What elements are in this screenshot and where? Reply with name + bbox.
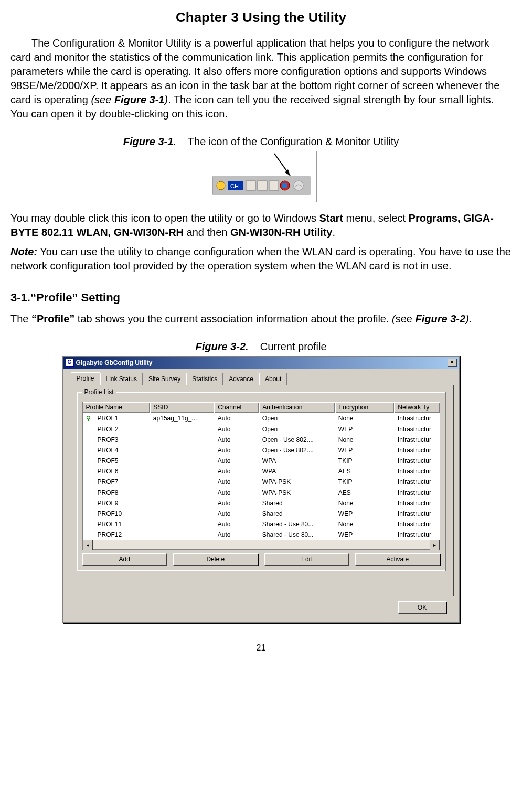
add-button[interactable]: Add xyxy=(82,553,167,566)
sec-see-close: ) xyxy=(465,313,469,324)
cell-ssid xyxy=(150,519,215,529)
gbconfig-dialog: G Gigabyte GbConfig Utility × Profile Li… xyxy=(62,356,460,623)
sec-text-a: The xyxy=(10,313,31,324)
sec-see: see xyxy=(396,313,416,324)
table-row[interactable]: PROF4AutoOpen - Use 802....WEPInfrastruc… xyxy=(82,445,440,456)
svg-rect-8 xyxy=(269,181,279,190)
cell-ssid xyxy=(150,488,215,498)
activate-button[interactable]: Activate xyxy=(355,553,440,566)
cell-encryption: WEP xyxy=(335,445,395,456)
start-menu-bold: Start xyxy=(319,212,343,224)
cell-profile-name: PROF6 xyxy=(94,466,150,477)
table-row[interactable]: PROF7AutoWPA-PSKTKIPInfrastructur xyxy=(82,477,440,487)
tab-advance[interactable]: Advance xyxy=(223,373,259,385)
table-row[interactable]: PROF10AutoSharedWEPInfrastructur xyxy=(82,508,440,519)
scroll-left-icon[interactable]: ◂ xyxy=(83,540,93,550)
table-row[interactable]: ⚲PROF1ap15ag_11g_...AutoOpenNoneInfrastr… xyxy=(82,413,440,424)
tab-profile[interactable]: Profile xyxy=(71,372,100,386)
table-row[interactable]: PROF8AutoWPA-PSKAESInfrastructur xyxy=(82,488,440,498)
after-fig-d: . xyxy=(332,226,335,238)
tab-about[interactable]: About xyxy=(259,373,287,385)
cell-encryption: None xyxy=(335,435,395,445)
col-channel[interactable]: Channel xyxy=(215,402,259,413)
tab-statistics[interactable]: Statistics xyxy=(186,373,223,385)
note-paragraph: Note: You can use the utility to change … xyxy=(10,245,512,273)
edit-button[interactable]: Edit xyxy=(264,553,349,566)
cell-channel: Auto xyxy=(215,519,259,529)
cell-authentication: Open - Use 802.... xyxy=(259,435,335,445)
table-row[interactable]: PROF11AutoShared - Use 80...NoneInfrastr… xyxy=(82,519,440,529)
tab-link-status[interactable]: Link Status xyxy=(100,373,143,385)
delete-button[interactable]: Delete xyxy=(173,553,258,566)
cell-network-type: Infrastructur xyxy=(395,477,440,487)
cell-authentication: Shared xyxy=(259,498,335,508)
cell-network-type: Infrastructur xyxy=(395,445,440,456)
table-row[interactable]: PROF3AutoOpen - Use 802....NoneInfrastru… xyxy=(82,435,440,445)
cell-profile-name: PROF12 xyxy=(94,529,150,540)
cell-channel: Auto xyxy=(215,435,259,445)
svg-rect-10 xyxy=(282,183,287,188)
intro-see: (see xyxy=(91,94,114,105)
col-authentication[interactable]: Authentication xyxy=(259,402,335,413)
page-number: 21 xyxy=(10,642,512,654)
active-profile-icon xyxy=(82,508,94,519)
cell-ssid xyxy=(150,508,215,519)
cell-authentication: Open xyxy=(259,413,335,424)
after-fig-a: You may double click this icon to open t… xyxy=(10,212,319,224)
profile-quoted: “Profile” xyxy=(31,313,74,324)
section-3-1-heading: 3-1.“Profile” Setting xyxy=(10,290,512,306)
dialog-titlebar[interactable]: G Gigabyte GbConfig Utility × xyxy=(63,357,459,369)
cell-ssid: ap15ag_11g_... xyxy=(150,413,215,424)
cell-network-type: Infrastructur xyxy=(395,488,440,498)
note-label: Note: xyxy=(10,246,37,257)
profile-table[interactable]: Profile Name SSID Channel Authentication… xyxy=(82,402,440,540)
horizontal-scrollbar[interactable]: ◂ ▸ xyxy=(82,540,440,550)
cell-network-type: Infrastructur xyxy=(395,508,440,519)
cell-profile-name: PROF1 xyxy=(94,413,150,424)
col-profile-name[interactable]: Profile Name xyxy=(82,402,150,413)
cell-authentication: WPA xyxy=(259,456,335,466)
cell-network-type: Infrastructur xyxy=(395,435,440,445)
intro-paragraph: The Configuration & Monitor Utility is a… xyxy=(10,36,512,121)
figure-3-1-caption: Figure 3-1. The icon of the Configuratio… xyxy=(10,135,512,149)
active-profile-icon xyxy=(82,477,94,487)
col-ssid[interactable]: SSID xyxy=(150,402,215,413)
cell-ssid xyxy=(150,435,215,445)
cell-channel: Auto xyxy=(215,498,259,508)
col-encryption[interactable]: Encryption xyxy=(335,402,395,413)
tray-icons-illustration: CH xyxy=(206,151,317,202)
scroll-track[interactable] xyxy=(93,540,430,549)
cell-profile-name: PROF5 xyxy=(94,456,150,466)
tab-site-survey[interactable]: Site Survey xyxy=(143,373,186,385)
dialog-title-text: Gigabyte GbConfig Utility xyxy=(76,359,153,367)
cell-network-type: Infrastructur xyxy=(395,529,440,540)
cell-channel: Auto xyxy=(215,529,259,540)
active-profile-icon xyxy=(82,498,94,508)
col-network-type[interactable]: Network Ty xyxy=(395,402,440,413)
table-row[interactable]: PROF12AutoShared - Use 80...WEPInfrastru… xyxy=(82,529,440,540)
cell-encryption: None xyxy=(335,498,395,508)
cell-channel: Auto xyxy=(215,466,259,477)
table-row[interactable]: PROF2AutoOpenWEPInfrastructur xyxy=(82,424,440,435)
cell-authentication: WPA-PSK xyxy=(259,488,335,498)
ok-button[interactable]: OK xyxy=(398,601,446,614)
cell-profile-name: PROF4 xyxy=(94,445,150,456)
section-3-1-paragraph: The “Profile” tab shows you the current … xyxy=(10,312,512,326)
cell-encryption: WEP xyxy=(335,424,395,435)
table-row[interactable]: PROF9AutoSharedNoneInfrastructur xyxy=(82,498,440,508)
cell-profile-name: PROF7 xyxy=(94,477,150,487)
cell-ssid xyxy=(150,466,215,477)
close-icon[interactable]: × xyxy=(448,359,457,367)
scroll-right-icon[interactable]: ▸ xyxy=(430,540,440,550)
cell-network-type: Infrastructur xyxy=(395,519,440,529)
cell-channel: Auto xyxy=(215,456,259,466)
cell-encryption: AES xyxy=(335,466,395,477)
cell-network-type: Infrastructur xyxy=(395,498,440,508)
tab-strip: Profile Link Status Site Survey Statisti… xyxy=(69,372,454,385)
cell-profile-name: PROF3 xyxy=(94,435,150,445)
figure-3-2-text: Current profile xyxy=(260,341,327,352)
cell-encryption: None xyxy=(335,519,395,529)
table-row[interactable]: PROF5AutoWPATKIPInfrastructur xyxy=(82,456,440,466)
table-row[interactable]: PROF6AutoWPAAESInfrastructur xyxy=(82,466,440,477)
groupbox-legend: Profile List xyxy=(82,388,116,396)
